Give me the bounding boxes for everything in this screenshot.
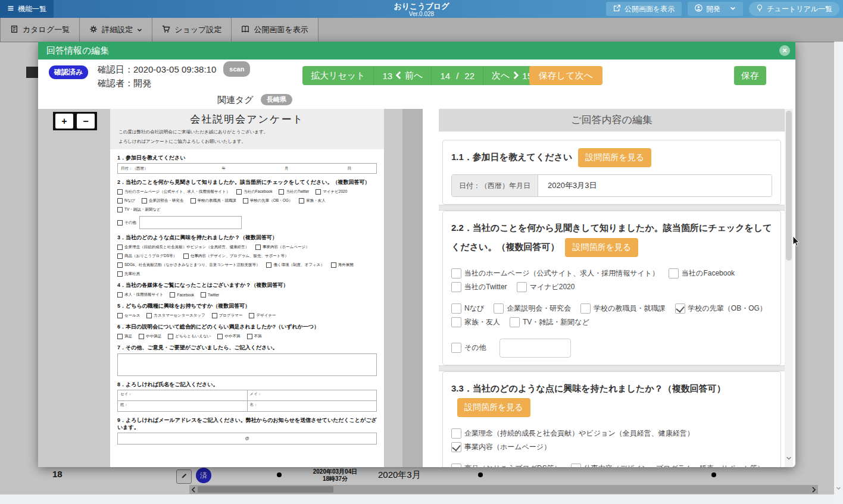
editor-scrollbar[interactable] (785, 109, 793, 467)
see-question-button[interactable]: 設問箇所を見る (578, 148, 651, 167)
checkbox-icon (217, 334, 223, 339)
scan-option-row: 先輩社員 (117, 271, 377, 277)
zoom-reset-button[interactable]: 拡大リセット (302, 66, 374, 85)
chevron-left-icon (396, 71, 401, 81)
confirmed-date: 2020-03-05 09:38:10 (133, 64, 216, 74)
scan-question-title: 8．よろしければ氏名をご記入ください。 (117, 381, 377, 388)
checkbox-icon[interactable] (517, 282, 527, 292)
scan-option-label: カスタマーセンタースタッフ (154, 313, 205, 318)
checkbox-option[interactable]: 事業内容（ホームページ） (451, 442, 551, 452)
tutorial-label: チュートリアル一覧 (767, 4, 832, 14)
preview-site-button[interactable]: 公開画面を表示 (606, 2, 682, 16)
checkbox-icon[interactable] (451, 317, 461, 327)
scan-option: 当社のTwitter (279, 189, 309, 195)
scan-badge: scan (223, 61, 250, 77)
section-title-row: 3.3．当社のどのような点に興味を持たれましたか？（複数回答可）設問箇所を見る (451, 379, 772, 417)
scroll-down-icon[interactable] (836, 483, 841, 493)
checkbox-icon (117, 262, 123, 268)
tutorial-button[interactable]: チュートリアル一覧 (749, 2, 839, 16)
scan-option: カスタマーセンタースタッフ (146, 313, 205, 318)
checkbox-option[interactable]: 学校の先輩（OB・OG） (675, 303, 767, 314)
editor-scrollbar-thumb[interactable] (786, 111, 792, 261)
scan-option-label: Twitter (208, 293, 219, 297)
scan-form-title: 会社説明会アンケート (118, 112, 376, 126)
prev-button[interactable]: 13 前へ (374, 66, 432, 85)
checkbox-checked-icon[interactable] (451, 442, 461, 452)
page-current: 14 (440, 71, 450, 81)
scan-question-title: 3．当社のどのような点に興味を持たれましたか？（複数回答可） (117, 234, 377, 241)
scan-option-label: 事業内容（ホームページ） (263, 245, 310, 250)
save-button[interactable]: 保存 (734, 66, 766, 85)
checkbox-icon[interactable] (669, 268, 679, 278)
checkbox-option[interactable]: 商品（おりこうブログDS等） (451, 464, 561, 467)
scan-option-label: 学校の教職員・就職課 (198, 198, 236, 204)
checkbox-icon[interactable] (451, 268, 461, 278)
scan-form-intro: よろしければアンケートにご協力よろしくお願いいたします。 (118, 137, 376, 145)
mouse-cursor (792, 236, 800, 249)
top-navbar: 機能一覧 おりこうブログ Ver.0.028 公開画面を表示 開発 チュートリア… (0, 0, 843, 18)
zoom-out-button[interactable]: − (77, 114, 95, 129)
scan-option-label: 不満 (254, 334, 262, 339)
scanned-survey-image: 会社説明会アンケートこの度は弊社の会社説明会にご来場いただき誠にありがとうござい… (110, 109, 384, 467)
checkbox-option[interactable]: 当社のTwitter (451, 282, 507, 292)
scan-option-label: 先輩社員 (124, 271, 140, 277)
checkbox-label: 学校の教職員・就職課 (594, 303, 665, 314)
checkbox-icon (331, 262, 336, 268)
checkbox-option[interactable]: 当社のFacebook (669, 268, 735, 278)
zoom-in-button[interactable]: + (55, 114, 73, 129)
checkbox-checked-icon[interactable] (675, 303, 685, 314)
checkbox-icon (117, 292, 123, 298)
checkbox-icon[interactable] (451, 282, 461, 292)
checkbox-option[interactable]: 学校の教職員・就職課 (580, 303, 665, 314)
scan-option-label: SDGs、社会貢献活動（ながさきみなとまつり、音楽コンサート活動支援等） (124, 262, 260, 268)
checkbox-option[interactable]: TV・雑誌・新聞など (510, 317, 589, 327)
checkbox-icon[interactable] (451, 343, 461, 353)
section-divider (439, 365, 785, 371)
scan-question-title: 5．どちらの職種に興味をお持ちですか（複数回答可） (117, 302, 377, 309)
checkbox-icon[interactable] (510, 317, 520, 327)
checkbox-label: 学校の先輩（OB・OG） (688, 303, 767, 314)
answer-editor-panel: ご回答内容の編集 1.1．参加日を教えてください設問箇所を見る日付：（西暦）年月… (439, 109, 785, 467)
date-input-label: 日付：（西暦）年月日 (452, 175, 538, 196)
checkbox-icon[interactable] (580, 303, 591, 314)
scan-option: SDGs、社会貢献活動（ながさきみなとまつり、音楽コンサート活動支援等） (117, 262, 260, 268)
scan-option: やや満足 (139, 334, 161, 339)
save-and-next-button[interactable]: 保存して次へ (529, 66, 602, 85)
section-title-row: 2.2．当社のことを何から見聞きして知りましたか。該当箇所にチェックをしてくださ… (451, 218, 772, 257)
save-and-next-label: 保存して次へ (539, 70, 593, 82)
editor-sections: 1.1．参加日を教えてください設問箇所を見る日付：（西暦）年月日2020年3月3… (439, 132, 785, 467)
viewer-scrollbar[interactable] (402, 109, 423, 467)
user-menu-button[interactable]: 開発 (688, 2, 743, 16)
checkbox-row: 商品（おりこうブログDS等）仕事内容（デザイン、プログラム、販売、サポート等） (451, 464, 772, 467)
checkbox-icon[interactable] (451, 303, 461, 314)
checkbox-icon[interactable] (451, 428, 461, 439)
close-icon[interactable]: × (779, 45, 790, 56)
scroll-down-icon[interactable] (786, 453, 792, 464)
checkbox-icon (212, 313, 217, 318)
checkbox-option[interactable]: Nなび (451, 303, 484, 314)
checkbox-option[interactable]: 企業理念（持続的成長と社会貢献）やビジョン（全員経営、健康経営） (451, 428, 694, 439)
checkbox-option[interactable]: 当社のホームページ（公式サイト、求人・採用情報サイト） (451, 268, 659, 278)
checkbox-option[interactable]: 仕事内容（デザイン、プログラム、販売、サポート等） (571, 464, 764, 467)
scan-option-label: マイナビ2020 (323, 189, 347, 195)
checkbox-icon[interactable] (494, 303, 504, 314)
checkbox-label: 企業理念（持続的成長と社会貢献）やビジョン（全員経営、健康経営） (464, 428, 694, 439)
checkbox-option[interactable]: 家族・友人 (451, 317, 500, 327)
checkbox-option[interactable]: マイナビ2020 (517, 282, 575, 292)
date-input-value[interactable]: 2020年3月3日 (538, 175, 772, 196)
page-vertical-scrollbar[interactable] (834, 42, 843, 504)
see-question-button[interactable]: 設問箇所を見る (457, 398, 530, 417)
section-title-row: 1.1．参加日を教えてください設問箇所を見る (451, 148, 772, 167)
checkbox-icon[interactable] (571, 464, 581, 467)
section-title: 3.3．当社のどのような点に興味を持たれましたか？（複数回答可） (451, 383, 726, 393)
chevron-right-icon (513, 71, 519, 81)
checkbox-option[interactable]: 企業説明会・研究会 (494, 303, 571, 314)
see-question-button[interactable]: 設問箇所を見る (565, 238, 638, 257)
scan-name-cell: 姓： (118, 401, 248, 412)
lightbulb-icon (756, 4, 763, 14)
screen: 機能一覧 おりこうブログ Ver.0.028 公開画面を表示 開発 チュートリア… (0, 0, 843, 504)
checkbox-option[interactable]: その他 (451, 343, 486, 353)
checkbox-icon[interactable] (451, 464, 461, 467)
other-text-input[interactable] (499, 339, 571, 358)
checkbox-label: 企業説明会・研究会 (507, 303, 571, 314)
